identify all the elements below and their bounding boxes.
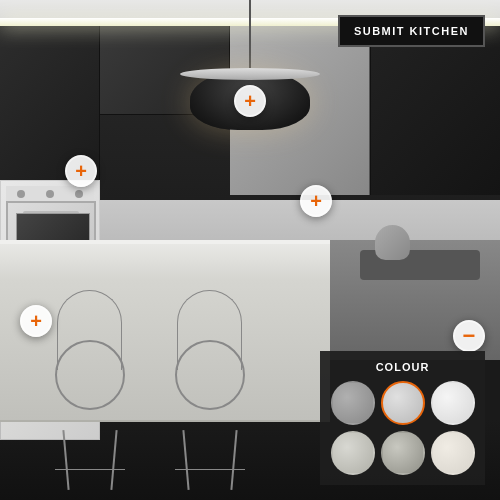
pendant-top-rim (180, 68, 320, 80)
oven-knob-2 (46, 190, 54, 198)
upper-cabinet-far-right (370, 25, 500, 195)
stool-leg-left (62, 430, 69, 490)
hotspot-middle[interactable] (300, 185, 332, 217)
stool-leg-right (110, 430, 117, 490)
colour-panel-label: COLOUR (332, 361, 473, 373)
cooking-pot (375, 225, 410, 260)
stool-leg-left (182, 430, 189, 490)
kitchen-scene: SUBMIT KITCHEN COLOUR (0, 0, 500, 500)
stool-seat (175, 340, 245, 410)
oven-controls (6, 186, 94, 201)
colour-swatch-2[interactable] (381, 381, 425, 425)
stool-leg-right (230, 430, 237, 490)
hotspot-right[interactable] (453, 320, 485, 352)
colour-swatch-6[interactable] (431, 431, 475, 475)
bar-stool-left (50, 290, 130, 490)
stool-seat (55, 340, 125, 410)
colour-grid (332, 381, 473, 475)
hotspot-counter[interactable] (20, 305, 52, 337)
colour-swatch-1[interactable] (331, 381, 375, 425)
colour-swatch-4[interactable] (331, 431, 375, 475)
stool-crossbar (55, 469, 125, 471)
colour-panel: COLOUR (320, 351, 485, 485)
hotspot-pendant[interactable] (234, 85, 266, 117)
submit-kitchen-button[interactable]: SUBMIT KITCHEN (338, 15, 485, 47)
colour-swatch-3[interactable] (431, 381, 475, 425)
colour-swatch-5[interactable] (381, 431, 425, 475)
oven-knob-3 (75, 190, 83, 198)
bar-stool-right (170, 290, 250, 490)
oven-knob-1 (17, 190, 25, 198)
hotspot-upper-left[interactable] (65, 155, 97, 187)
stool-crossbar (175, 469, 245, 471)
